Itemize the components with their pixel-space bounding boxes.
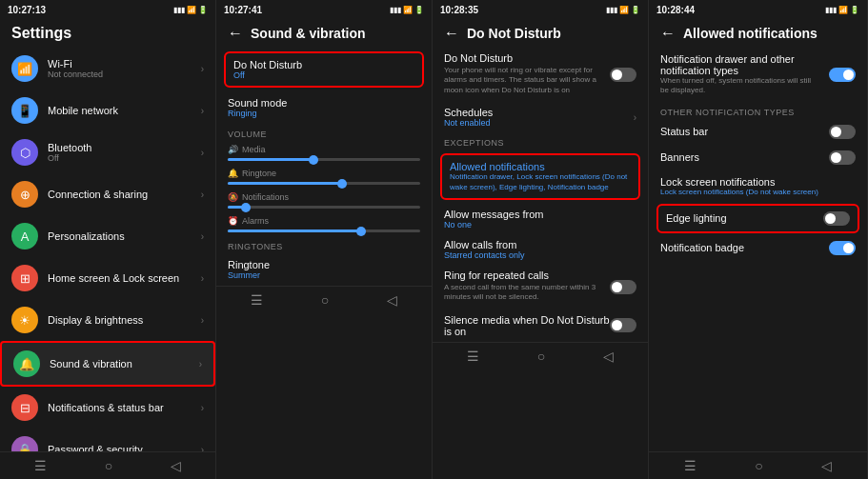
slider-media: 🔊 Media bbox=[216, 141, 432, 165]
personalization-arrow: › bbox=[201, 231, 204, 242]
homescreen-arrow: › bbox=[201, 273, 204, 284]
exceptions-label: EXCEPTIONS bbox=[433, 132, 648, 150]
edge-lighting-box: Edge lighting bbox=[656, 204, 859, 233]
menu-icon-4[interactable]: ☰ bbox=[684, 458, 696, 473]
notif-drawer-toggle[interactable] bbox=[829, 68, 856, 82]
notif-drawer-row[interactable]: Notification drawer and other notificati… bbox=[649, 48, 867, 102]
settings-item-wifi[interactable]: 📶 Wi-Fi Not connected › bbox=[0, 48, 215, 90]
sound-label: Sound & vibration bbox=[50, 358, 199, 369]
status-bar-notif-row[interactable]: Status bar bbox=[649, 119, 867, 145]
panel3-title: Do Not Disturb bbox=[467, 26, 561, 41]
settings-item-notifications[interactable]: ⊟ Notifications & status bar › bbox=[0, 387, 215, 429]
sound-mode-value: Ringing bbox=[228, 109, 420, 118]
allow-calls-title: Allow calls from bbox=[444, 239, 636, 250]
back-arrow-4[interactable]: ← bbox=[660, 25, 676, 42]
dnd-main-row[interactable]: Do Not Disturb Your phone will not ring … bbox=[433, 48, 648, 102]
nav-bar-2: ☰ ○ ◁ bbox=[216, 286, 432, 313]
back-arrow-2[interactable]: ← bbox=[228, 25, 243, 42]
ring-repeated-row[interactable]: Ring for repeated calls A second call fr… bbox=[433, 265, 648, 309]
notif-badge-toggle[interactable] bbox=[829, 241, 856, 255]
password-content: Password & security bbox=[48, 444, 201, 451]
dnd-title: Do Not Disturb bbox=[233, 59, 414, 70]
bluetooth-label: Bluetooth bbox=[48, 142, 201, 153]
wifi-label: Wi-Fi bbox=[48, 58, 201, 70]
volume-label: VOLUME bbox=[216, 124, 432, 141]
notif-badge-row[interactable]: Notification badge bbox=[649, 235, 867, 261]
edge-lighting-title: Edge lighting bbox=[666, 212, 823, 224]
settings-item-connection[interactable]: ⊕ Connection & sharing › bbox=[0, 173, 215, 215]
settings-item-bluetooth[interactable]: ⬡ Bluetooth Off › bbox=[0, 131, 215, 173]
edge-lighting-row[interactable]: Edge lighting bbox=[658, 206, 858, 231]
silence-media-toggle[interactable] bbox=[610, 318, 636, 332]
settings-item-mobile[interactable]: 📱 Mobile network › bbox=[0, 90, 215, 131]
lock-screen-row[interactable]: Lock screen notifications Lock screen no… bbox=[649, 170, 867, 202]
status-bar-toggle[interactable] bbox=[829, 125, 856, 139]
slider-notifications: 🔕 Notifications bbox=[216, 189, 432, 212]
back-icon[interactable]: ◁ bbox=[171, 458, 181, 473]
settings-item-personalization[interactable]: A Personalizations › bbox=[0, 215, 215, 257]
status-bar-3: 10:28:35 ▮▮▮ 📶 🔋 bbox=[433, 0, 648, 19]
banners-toggle[interactable] bbox=[829, 150, 856, 165]
menu-icon-2[interactable]: ☰ bbox=[251, 292, 263, 308]
back-icon-3[interactable]: ◁ bbox=[603, 349, 614, 364]
menu-icon[interactable]: ☰ bbox=[34, 458, 47, 473]
back-arrow-3[interactable]: ← bbox=[444, 25, 459, 42]
settings-item-homescreen[interactable]: ⊞ Home screen & Lock screen › bbox=[0, 257, 215, 299]
allow-messages-subtitle: No one bbox=[444, 220, 636, 230]
slider-alarms-track[interactable] bbox=[228, 230, 420, 232]
personalization-label: Personalizations bbox=[48, 230, 201, 242]
dnd-toggle[interactable] bbox=[610, 68, 636, 82]
homescreen-label: Home screen & Lock screen bbox=[48, 272, 201, 284]
slider-notif-track[interactable] bbox=[228, 206, 420, 209]
settings-item-password[interactable]: 🔒 Password & security › bbox=[0, 429, 215, 451]
home-icon[interactable]: ○ bbox=[105, 458, 112, 473]
silence-media-row[interactable]: Silence media when Do Not Disturb is on bbox=[433, 309, 648, 342]
silence-media-title: Silence media when Do Not Disturb is on bbox=[444, 314, 610, 337]
mobile-icon: 📱 bbox=[11, 97, 38, 124]
signal-icon: ▮▮▮ bbox=[173, 6, 185, 14]
slider-media-track[interactable] bbox=[228, 158, 420, 161]
settings-item-display[interactable]: ☀ Display & brightness › bbox=[0, 299, 215, 341]
back-icon-4[interactable]: ◁ bbox=[821, 458, 832, 473]
panel1-title: Settings bbox=[0, 19, 215, 48]
ring-repeated-content: Ring for repeated calls A second call fr… bbox=[444, 269, 610, 305]
slider-media-fill bbox=[228, 158, 314, 161]
back-icon-2[interactable]: ◁ bbox=[387, 292, 397, 308]
lock-screen-subtitle: Lock screen notifications (Do not wake s… bbox=[660, 188, 848, 196]
panel4-title: Allowed notifications bbox=[683, 26, 818, 41]
menu-icon-3[interactable]: ☰ bbox=[467, 349, 479, 364]
home-icon-3[interactable]: ○ bbox=[537, 349, 545, 364]
sound-arrow: › bbox=[199, 359, 202, 369]
panel2-title: Sound & vibration bbox=[251, 26, 366, 41]
notifications-label: Notifications & status bar bbox=[48, 402, 201, 413]
homescreen-content: Home screen & Lock screen bbox=[48, 272, 201, 284]
sound-mode-item[interactable]: Sound mode Ringing bbox=[216, 91, 432, 124]
exceptions-section[interactable]: Allowed notifications Notification drawe… bbox=[440, 153, 640, 200]
ringtone-item[interactable]: Ringtone Summer bbox=[216, 253, 432, 286]
ring-repeated-toggle[interactable] bbox=[610, 280, 636, 294]
connection-label: Connection & sharing bbox=[48, 189, 201, 200]
banners-row[interactable]: Banners bbox=[649, 145, 867, 170]
allow-calls-row[interactable]: Allow calls from Starred contacts only bbox=[433, 234, 648, 265]
password-arrow: › bbox=[201, 445, 204, 452]
wifi-status-icon: 📶 bbox=[187, 6, 196, 14]
nav-bar-3: ☰ ○ ◁ bbox=[433, 342, 648, 369]
allow-messages-row[interactable]: Allow messages from No one bbox=[433, 204, 648, 234]
do-not-disturb-box[interactable]: Do Not Disturb Off bbox=[224, 51, 424, 88]
panel-sound: 10:27:41 ▮▮▮ 📶 🔋 ← Sound & vibration Do … bbox=[216, 0, 433, 479]
schedules-row[interactable]: Schedules Not enabled › bbox=[433, 102, 648, 132]
display-label: Display & brightness bbox=[48, 314, 201, 326]
lock-screen-content: Lock screen notifications Lock screen no… bbox=[660, 176, 848, 196]
allowed-notif-title-p3: Allowed notifications bbox=[450, 161, 631, 172]
settings-item-sound[interactable]: 🔔 Sound & vibration › bbox=[0, 341, 215, 387]
edge-lighting-toggle[interactable] bbox=[823, 211, 850, 226]
slider-ringtone-track[interactable] bbox=[228, 182, 420, 185]
home-icon-4[interactable]: ○ bbox=[755, 458, 762, 473]
notif-drawer-desc: When turned off, system notifications wi… bbox=[660, 76, 821, 96]
media-text: Media bbox=[242, 145, 266, 154]
display-icon: ☀ bbox=[11, 307, 38, 333]
home-icon-2[interactable]: ○ bbox=[321, 292, 329, 308]
status-bar-1: 10:27:13 ▮▮▮ 📶 🔋 bbox=[0, 0, 215, 19]
battery-icon: 🔋 bbox=[198, 6, 208, 14]
allow-messages-title: Allow messages from bbox=[444, 209, 636, 220]
